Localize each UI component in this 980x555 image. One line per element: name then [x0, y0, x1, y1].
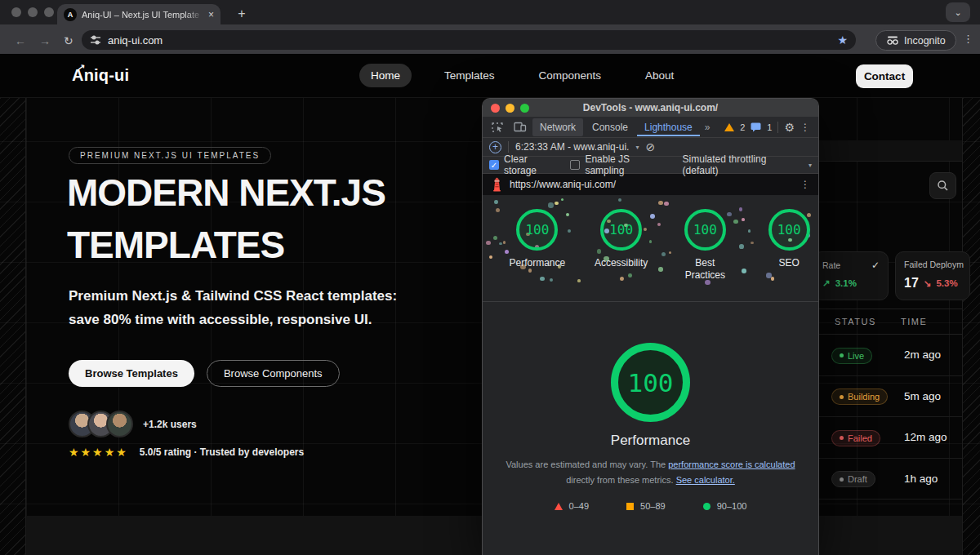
legend-range: 90–100	[717, 501, 747, 511]
lighthouse-icon	[491, 177, 503, 192]
incognito-badge: Incognito	[875, 30, 956, 51]
status-badge-failed: Failed	[831, 430, 880, 446]
time-cell: 5m ago	[884, 390, 941, 402]
incognito-label: Incognito	[904, 35, 946, 47]
lighthouse-score-summary: 100 Performance 100 Accessibility 100 Be…	[483, 195, 818, 302]
devtools-window-controls[interactable]	[491, 104, 529, 113]
hero-subtitle: Premium Next.js & Tailwind CSS React tem…	[69, 284, 428, 331]
nav-item-home[interactable]: Home	[359, 64, 412, 87]
browser-tab[interactable]: A Aniq-UI – Next.js UI Template ×	[57, 4, 220, 24]
check-icon: ✓	[871, 260, 880, 271]
nav-item-components[interactable]: Components	[528, 64, 613, 87]
site-logo[interactable]: ↗ Aniq-ui	[72, 66, 129, 85]
address-bar[interactable]: aniq-ui.com ★	[82, 30, 856, 50]
warning-count: 2	[740, 122, 745, 132]
browse-components-button[interactable]: Browse Components	[207, 360, 340, 387]
stat-card-label: Failed Deploym	[904, 260, 964, 269]
settings-gear-icon[interactable]: ⚙	[784, 121, 795, 134]
rating-row: ★★★★★ 5.0/5 rating · Trusted by develope…	[69, 446, 304, 459]
score-label: SEO	[760, 257, 818, 269]
contact-button[interactable]: Contact	[856, 64, 913, 88]
more-tabs-icon[interactable]: »	[702, 122, 714, 133]
stat-card-rate: Rate ✓ ↗ 3.1%	[813, 251, 889, 300]
score-legend: 0–49 50–89 90–100	[483, 501, 818, 511]
device-toolbar-icon[interactable]	[510, 122, 531, 132]
tab-search-chevron-button[interactable]: ⌄	[946, 2, 970, 22]
site-settings-icon[interactable]	[90, 34, 101, 46]
new-report-icon[interactable]: +	[489, 141, 501, 153]
tab-console[interactable]: Console	[585, 118, 635, 136]
table-row: Failed 12m ago	[819, 417, 962, 459]
warning-icon[interactable]	[724, 123, 734, 131]
tab-title: Aniq-UI – Next.js UI Template	[82, 10, 203, 20]
clear-storage-checkbox[interactable]: ✓	[489, 160, 499, 170]
logo-arrow-icon: ↗	[77, 61, 86, 73]
rating-label: 5.0/5 rating · Trusted by developers	[140, 446, 304, 458]
tab-close-icon[interactable]: ×	[208, 9, 214, 20]
clear-storage-label: Clear storage	[504, 153, 559, 176]
inspect-element-icon[interactable]	[488, 122, 508, 133]
score-performance[interactable]: 100 Performance	[508, 209, 567, 301]
score-calculation-link[interactable]: performance score is calculated	[668, 460, 795, 469]
dropdown-caret-icon: ▾	[808, 162, 812, 169]
tab-lighthouse[interactable]: Lighthouse	[637, 118, 700, 136]
main-nav: Home Templates Components About	[359, 64, 685, 87]
minimize-window-button[interactable]	[28, 7, 38, 17]
devtools-minimize-button[interactable]	[506, 104, 514, 113]
legend-fail-icon	[555, 503, 563, 510]
legend-range: 0–49	[569, 501, 589, 511]
throttling-dropdown[interactable]: Simulated throttling (default)	[683, 153, 797, 176]
score-label: Accessibility	[592, 257, 651, 269]
see-calculator-link[interactable]: See calculator.	[676, 475, 735, 485]
reload-button[interactable]: ↻	[64, 34, 74, 47]
report-menu-icon[interactable]: ⋮	[800, 179, 810, 190]
devtools-menu-icon[interactable]: ⋮	[800, 122, 810, 133]
score-accessibility[interactable]: 100 Accessibility	[592, 209, 651, 301]
dropdown-caret-icon: ▾	[635, 144, 639, 151]
search-button[interactable]	[929, 172, 956, 199]
back-button[interactable]: ←	[15, 34, 26, 47]
window-controls[interactable]	[11, 7, 54, 17]
gauge-description: Values are estimated and may vary. The p…	[499, 457, 803, 488]
score-seo[interactable]: 100 SEO	[760, 209, 818, 301]
js-sampling-checkbox[interactable]	[570, 160, 580, 170]
stat-card-delta: 5.3%	[936, 278, 957, 288]
maximize-window-button[interactable]	[44, 7, 54, 17]
new-tab-button[interactable]: +	[232, 4, 252, 24]
devtools-maximize-button[interactable]	[520, 104, 529, 113]
site-header: ↗ Aniq-ui Home Templates Components Abou…	[0, 54, 980, 98]
search-icon	[937, 180, 949, 192]
close-window-button[interactable]	[11, 7, 21, 17]
trend-down-icon: ↘	[924, 278, 932, 289]
table-row: Draft 1h ago	[819, 459, 962, 500]
devtools-window: DevTools - www.aniq-ui.com/ Network Cons…	[482, 98, 819, 555]
gauge-title: Performance	[483, 433, 818, 449]
status-badge-live: Live	[831, 348, 872, 364]
browser-tab-strip: A Aniq-UI – Next.js UI Template × + ⌄	[0, 0, 980, 24]
time-cell: 2m ago	[884, 349, 941, 361]
nav-item-about[interactable]: About	[634, 64, 685, 87]
incognito-icon	[886, 36, 899, 46]
report-session-dropdown[interactable]: 6:23:33 AM - www.aniq-ui.	[515, 141, 629, 153]
performance-gauge-section: 100 Performance Values are estimated and…	[483, 343, 818, 511]
nav-item-templates[interactable]: Templates	[433, 64, 506, 87]
stat-card-failed-deployments: Failed Deploym 17 ↘ 5.3%	[895, 251, 970, 300]
bookmark-star-icon[interactable]: ★	[837, 33, 848, 47]
clear-reports-icon[interactable]: ⊘	[645, 140, 655, 153]
tab-network[interactable]: Network	[532, 118, 583, 136]
trend-up-icon: ↗	[822, 278, 831, 289]
users-count-label: +1.2k users	[143, 419, 197, 430]
devtools-tab-bar: Network Console Lighthouse » 2 1 ⚙ ⋮	[483, 117, 818, 138]
hero-title: MODERN NEXT.JS TEMPLATES	[67, 166, 492, 271]
forward-button[interactable]: →	[39, 34, 51, 47]
browse-templates-button[interactable]: Browse Templates	[69, 360, 194, 387]
audited-url-row: https://www.aniq-ui.com/ ⋮	[483, 174, 818, 195]
hero-cta-group: Browse Templates Browse Components	[69, 360, 340, 387]
devtools-titlebar[interactable]: DevTools - www.aniq-ui.com/	[483, 99, 818, 117]
devtools-close-button[interactable]	[491, 104, 500, 113]
url-text[interactable]: aniq-ui.com	[108, 34, 831, 47]
issues-icon[interactable]	[751, 122, 761, 132]
browser-menu-button[interactable]: ⋮	[963, 33, 973, 45]
score-best-practices[interactable]: 100 Best Practices	[676, 209, 735, 301]
stat-card-value: 17	[904, 276, 919, 291]
